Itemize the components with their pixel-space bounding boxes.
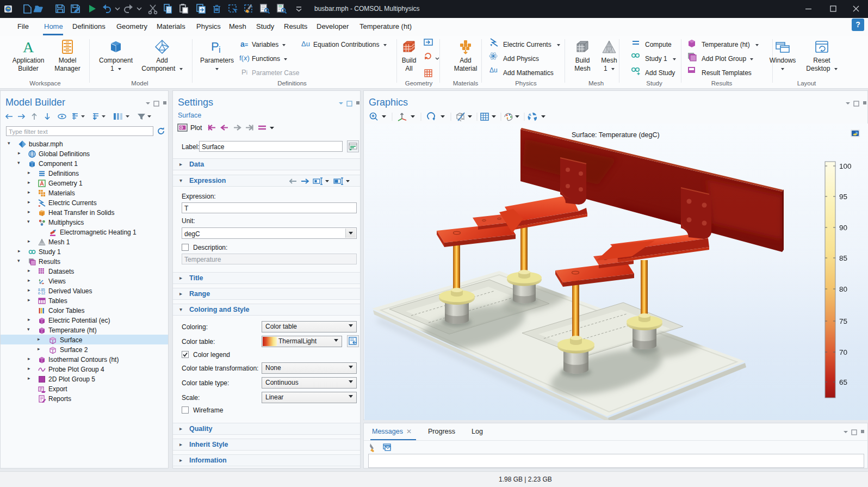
svg-text:80: 80 — [839, 285, 847, 293]
svg-text:Plot: Plot — [190, 124, 202, 132]
svg-text:95: 95 — [839, 193, 847, 201]
svg-text:70: 70 — [839, 348, 847, 356]
svg-text:65: 65 — [839, 378, 847, 386]
svg-text:i: i — [219, 45, 221, 54]
svg-text:100: 100 — [839, 162, 852, 170]
svg-text:75: 75 — [839, 317, 847, 325]
svg-text:e-12: e-12 — [38, 291, 45, 295]
svg-text:Δu: Δu — [489, 66, 498, 74]
svg-text:85: 85 — [839, 254, 847, 262]
svg-text:A: A — [23, 39, 34, 54]
svg-text:P: P — [211, 40, 219, 53]
svg-text:90: 90 — [839, 224, 847, 232]
